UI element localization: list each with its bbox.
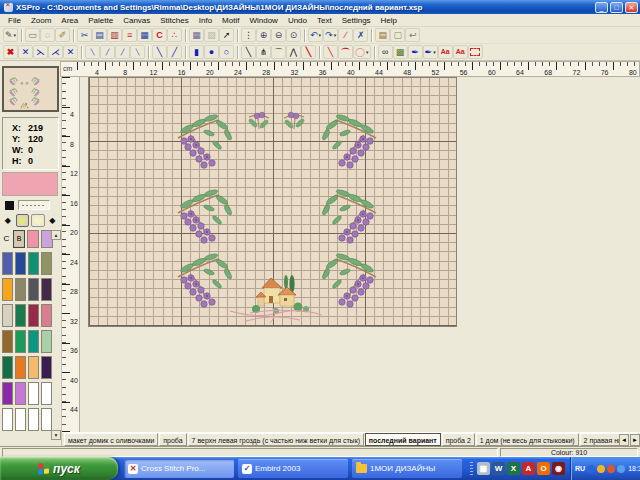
tab-4[interactable]: последний вариант bbox=[365, 433, 441, 446]
quick-launch-desktop[interactable]: ▦ bbox=[477, 462, 490, 475]
design-canvas[interactable] bbox=[80, 77, 640, 432]
palette-swatch-0-2[interactable] bbox=[28, 252, 39, 275]
quick-launch-word[interactable]: W bbox=[492, 462, 505, 475]
tab-scroll-right[interactable]: ► bbox=[630, 434, 640, 446]
palette-swatch-5-0[interactable] bbox=[2, 382, 13, 405]
palette-swatch-2-0[interactable] bbox=[2, 304, 13, 327]
tray-icon-update[interactable] bbox=[597, 465, 605, 473]
repeat-motif-button[interactable]: ≡ bbox=[122, 28, 137, 42]
menu-zoom[interactable]: Zoom bbox=[26, 15, 56, 26]
palette-swatch-5-1[interactable] bbox=[15, 382, 26, 405]
palette-scroll-down[interactable]: ▼ bbox=[51, 430, 61, 440]
tray-icon-network[interactable] bbox=[617, 465, 625, 473]
backstitch-thick-button[interactable]: ╲ bbox=[301, 45, 316, 59]
menu-info[interactable]: Info bbox=[194, 15, 217, 26]
motif-pair[interactable] bbox=[246, 111, 272, 137]
taskbar-task-3[interactable]: 1МОИ ДИЗАЙНЫ bbox=[352, 459, 462, 478]
thread-guide-button[interactable]: ⋮ bbox=[241, 28, 256, 42]
zoom-out-button[interactable]: ⊖ bbox=[271, 28, 286, 42]
half-stitch-back-button[interactable]: ╲ bbox=[152, 45, 167, 59]
scatter-motif-button[interactable]: ∴ bbox=[167, 28, 182, 42]
menu-help[interactable]: Help bbox=[376, 15, 402, 26]
menu-text[interactable]: Text bbox=[312, 15, 337, 26]
quick-launch-orange[interactable]: O bbox=[537, 462, 550, 475]
palette-swatch-0-0[interactable] bbox=[2, 252, 13, 275]
draw-line-button[interactable]: ∕ bbox=[338, 28, 353, 42]
chart-view-button[interactable]: ▦ bbox=[189, 28, 204, 42]
motif-olive[interactable] bbox=[176, 112, 236, 174]
bead-stitch-button[interactable]: ○ bbox=[219, 45, 234, 59]
tab-1[interactable]: макет домик с оливочками bbox=[64, 433, 158, 446]
quarter-stitch-sw-button[interactable]: ╱ bbox=[115, 45, 130, 59]
motif-pair[interactable] bbox=[281, 111, 307, 137]
tab-6[interactable]: 1 дом (не весь для стыковки) bbox=[476, 433, 579, 446]
text-large-button[interactable]: Aa bbox=[453, 45, 468, 59]
palette-swatch-6-0[interactable] bbox=[2, 408, 13, 431]
copy-motif-button[interactable]: ▤ bbox=[92, 28, 107, 42]
motif-path[interactable] bbox=[228, 305, 324, 329]
half-stitch-forward-button[interactable]: ╱ bbox=[167, 45, 182, 59]
knot-style-button-1[interactable] bbox=[16, 214, 30, 227]
palette-swatch-3-0[interactable] bbox=[2, 330, 13, 353]
close-button[interactable]: ✕ bbox=[625, 2, 638, 13]
backstitch-curve-button[interactable]: ⌒ bbox=[271, 45, 286, 59]
restore-button[interactable]: □ bbox=[610, 2, 623, 13]
tray-icon-volume[interactable] bbox=[587, 465, 595, 473]
zoom-in-button[interactable]: ⊕ bbox=[256, 28, 271, 42]
copy-design-button[interactable]: ▤ bbox=[375, 28, 390, 42]
three-quarter-stitch-sw-button[interactable]: ⋌ bbox=[48, 45, 63, 59]
start-button[interactable]: пуск bbox=[0, 457, 118, 480]
taskbar-task-1[interactable]: ✕Cross Stitch Pro... bbox=[124, 459, 234, 478]
backstitch-zigzag-button[interactable]: ⋀ bbox=[286, 45, 301, 59]
palette-swatch-3-1[interactable] bbox=[15, 330, 26, 353]
menu-file[interactable]: File bbox=[3, 15, 26, 26]
motif-olive[interactable] bbox=[318, 251, 378, 313]
curve-stitch-button[interactable]: ╲ bbox=[323, 45, 338, 59]
cut-motif-button[interactable]: ✂ bbox=[77, 28, 92, 42]
knot-tool-button[interactable]: ∞ bbox=[378, 45, 393, 59]
rotate-motif-button[interactable]: C bbox=[152, 28, 167, 42]
palette-swatch-1-0[interactable] bbox=[2, 278, 13, 301]
palette-swatch-4-1[interactable] bbox=[15, 356, 26, 379]
palette-swatch-2-1[interactable] bbox=[15, 304, 26, 327]
quick-launch-excel[interactable]: X bbox=[507, 462, 520, 475]
palette-c-label[interactable]: C bbox=[2, 230, 11, 243]
pen-tool-2-button[interactable]: ✒▾ bbox=[423, 45, 438, 59]
palette-swatch-5-2[interactable] bbox=[28, 382, 39, 405]
menu-settings[interactable]: Settings bbox=[337, 15, 376, 26]
tab-3[interactable]: 7 верхн левая гроздь (с частью ниж ветки… bbox=[188, 433, 364, 446]
pencil-tool-button[interactable]: ✎▾ bbox=[3, 28, 18, 42]
pointer-tool-button[interactable]: ➚ bbox=[219, 28, 234, 42]
menu-stitches[interactable]: Stitches bbox=[155, 15, 193, 26]
menu-canvas[interactable]: Canvas bbox=[118, 15, 155, 26]
menu-area[interactable]: Area bbox=[56, 15, 83, 26]
undo-button[interactable]: ↶▾ bbox=[308, 28, 323, 42]
zoom-actual-button[interactable]: ⊙ bbox=[286, 28, 301, 42]
motif-olive[interactable] bbox=[318, 112, 378, 174]
palette-scrollbar[interactable]: ▲ ▼ bbox=[51, 230, 61, 440]
menu-motif[interactable]: Motif bbox=[217, 15, 244, 26]
knot-diamond-icon-left[interactable]: ◆ bbox=[2, 216, 14, 225]
palette-swatch-6-2[interactable] bbox=[28, 408, 39, 431]
palette-swatch-4-0[interactable] bbox=[2, 356, 13, 379]
blend-color-swatch[interactable]: B bbox=[13, 230, 25, 248]
tab-scroll-left[interactable]: ◄ bbox=[619, 434, 629, 446]
quick-launch-handle[interactable] bbox=[470, 461, 473, 475]
quarter-stitch-ne-button[interactable]: ╱ bbox=[100, 45, 115, 59]
menu-undo[interactable]: Undo bbox=[283, 15, 312, 26]
palette-swatch-4-2[interactable] bbox=[28, 356, 39, 379]
palette-scroll-up[interactable]: ▲ bbox=[51, 230, 61, 240]
knot-diamond-icon-right[interactable]: ◆ bbox=[47, 216, 59, 225]
minimize-button[interactable]: _ bbox=[595, 2, 608, 13]
redo-button[interactable]: ↷▾ bbox=[323, 28, 338, 42]
full-cross-stitch-button[interactable]: ✖ bbox=[3, 45, 18, 59]
three-quarter-stitch-se-button[interactable]: ✕ bbox=[63, 45, 78, 59]
menu-window[interactable]: Window bbox=[244, 15, 282, 26]
erase-stitch-button[interactable]: ✗ bbox=[353, 28, 368, 42]
freehand-select-button[interactable]: ✐ bbox=[55, 28, 70, 42]
header-swatch-1[interactable] bbox=[27, 230, 39, 248]
menu-palette[interactable]: Palette bbox=[83, 15, 118, 26]
palette-swatch-2-2[interactable] bbox=[28, 304, 39, 327]
new-design-button[interactable]: ▢ bbox=[390, 28, 405, 42]
palette-swatch-1-1[interactable] bbox=[15, 278, 26, 301]
